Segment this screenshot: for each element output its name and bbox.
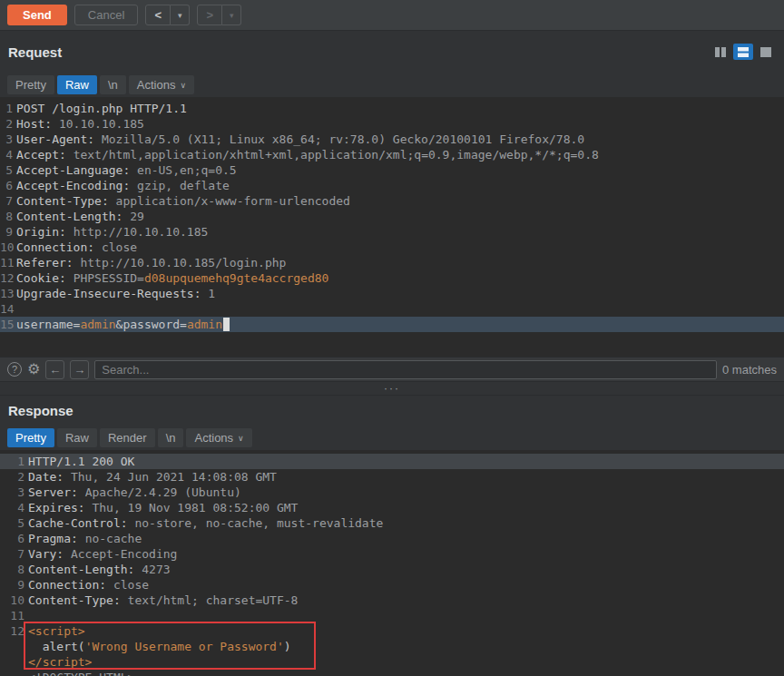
response-tab-pretty[interactable]: Pretty [7,428,54,447]
code-text: Server: Apache/2.4.29 (Ubuntu) [28,485,241,500]
code-text: Date: Thu, 24 Jun 2021 14:08:08 GMT [28,469,277,485]
request-search-bar: ? ⚙ ← → 0 matches [0,357,784,381]
tab-label: Render [108,431,147,445]
layout-rows-icon[interactable] [733,44,753,60]
panel-splitter[interactable]: ··· [0,381,784,396]
request-tabbar: Pretty Raw \n Actions∨ [0,73,784,97]
code-line[interactable]: 5Accept-Language: en-US,en;q=0.5 [0,162,784,178]
code-line[interactable]: alert('Wrong Username or Password') [0,639,784,654]
history-back-button[interactable]: < [145,5,171,25]
code-line[interactable]: 10Connection: close [0,240,784,255]
send-button[interactable]: Send [7,5,67,25]
line-number: 2 [0,116,13,132]
history-forward-button[interactable]: > [197,5,222,25]
tab-label: Actions [137,78,176,92]
request-editor[interactable]: 1POST /login.php HTTP/1.12Host: 10.10.10… [0,97,784,357]
response-editor[interactable]: 1HTTP/1.1 200 OK2Date: Thu, 24 Jun 2021 … [0,450,784,676]
code-line[interactable]: 4Expires: Thu, 19 Nov 1981 08:52:00 GMT [0,500,784,515]
code-line[interactable]: 2Date: Thu, 24 Jun 2021 14:08:08 GMT [0,469,784,485]
code-line[interactable]: 11 [0,608,784,623]
request-tab-newline[interactable]: \n [100,75,126,94]
code-line[interactable]: 12<script> [0,623,784,639]
settings-gear-icon[interactable]: ⚙ [27,362,40,377]
request-tab-actions[interactable]: Actions∨ [129,75,194,94]
code-text: </script> [28,654,92,670]
line-number [0,670,24,676]
code-line[interactable]: <!DOCTYPE HTML> [0,670,784,676]
code-text: POST /login.php HTTP/1.1 [16,101,187,116]
response-tab-render[interactable]: Render [100,428,155,447]
history-back-dropdown-button[interactable]: ▾ [171,5,190,25]
tab-label: \n [166,431,176,445]
line-number: 2 [0,469,24,485]
code-line[interactable]: 11Referer: http://10.10.10.185/login.php [0,255,784,270]
line-number: 4 [0,147,13,162]
code-text: alert('Wrong Username or Password') [28,639,291,654]
response-header: Response [0,396,784,426]
line-number: 10 [0,593,24,608]
response-tab-raw[interactable]: Raw [57,428,97,447]
code-text: Connection: close [16,240,137,255]
code-line[interactable]: 12Cookie: PHPSESSID=d08upquemehq9gte4acc… [0,270,784,286]
code-text: Accept: text/html,application/xhtml+xml,… [16,147,599,162]
tab-label: \n [108,78,118,92]
dropdown-arrow-icon: ▾ [178,11,182,20]
search-prev-button[interactable]: ← [45,360,64,379]
code-line[interactable]: 5Cache-Control: no-store, no-cache, must… [0,515,784,531]
request-tab-raw[interactable]: Raw [57,75,97,94]
search-input[interactable] [94,360,717,379]
layout-single-icon[interactable] [756,44,776,60]
code-line[interactable]: 15username=admin&password=admin [0,317,784,332]
code-line[interactable]: 14 [0,301,784,317]
code-line[interactable]: 2Host: 10.10.10.185 [0,116,784,132]
history-back-group: < ▾ [145,5,190,25]
cancel-button[interactable]: Cancel [74,5,138,25]
request-tab-pretty[interactable]: Pretty [7,75,54,94]
code-line[interactable]: 7Content-Type: application/x-www-form-ur… [0,193,784,209]
code-line[interactable]: 7Vary: Accept-Encoding [0,546,784,562]
response-tab-newline[interactable]: \n [158,428,184,447]
code-line[interactable]: 1POST /login.php HTTP/1.1 [0,101,784,116]
line-number: 14 [0,301,13,317]
layout-columns-icon[interactable] [710,44,730,60]
line-number: 3 [0,485,24,500]
line-number: 3 [0,132,13,147]
chevron-down-icon: ∨ [180,81,186,90]
code-line[interactable]: 13Upgrade-Insecure-Requests: 1 [0,286,784,301]
response-tab-actions[interactable]: Actions∨ [186,428,251,447]
line-number: 10 [0,240,13,255]
code-text: Referer: http://10.10.10.185/login.php [16,255,286,270]
code-text: <!DOCTYPE HTML> [28,670,134,676]
code-line[interactable]: </script> [0,654,784,670]
line-number: 6 [0,178,13,193]
code-text: Accept-Encoding: gzip, deflate [16,178,230,193]
code-line[interactable]: 9Connection: close [0,577,784,593]
code-line[interactable]: 1HTTP/1.1 200 OK [0,454,784,469]
code-line[interactable]: 6Accept-Encoding: gzip, deflate [0,178,784,193]
code-line[interactable]: 10Content-Type: text/html; charset=UTF-8 [0,593,784,608]
code-line[interactable]: 8Content-Length: 29 [0,209,784,224]
tab-label: Pretty [15,78,46,92]
code-text: <script> [28,623,85,639]
code-text: Accept-Language: en-US,en;q=0.5 [16,162,237,178]
help-icon[interactable]: ? [7,362,22,377]
text-caret [223,318,230,331]
line-number: 11 [0,608,24,623]
code-text: Pragma: no-cache [28,531,142,546]
code-line[interactable]: 4Accept: text/html,application/xhtml+xml… [0,147,784,162]
code-line[interactable]: 3User-Agent: Mozilla/5.0 (X11; Linux x86… [0,132,784,147]
history-forward-dropdown-button[interactable]: ▾ [222,5,241,25]
line-number: 13 [0,286,13,301]
line-number: 4 [0,500,24,515]
code-line[interactable]: 9Origin: http://10.10.10.185 [0,224,784,240]
code-line[interactable]: 8Content-Length: 4273 [0,562,784,577]
response-tabbar: Pretty Raw Render \n Actions∨ [0,426,784,450]
line-number: 7 [0,193,13,209]
code-text: Vary: Accept-Encoding [28,546,177,562]
code-line[interactable]: 3Server: Apache/2.4.29 (Ubuntu) [0,485,784,500]
code-text: Content-Length: 29 [16,209,144,224]
code-line[interactable]: 6Pragma: no-cache [0,531,784,546]
code-text: HTTP/1.1 200 OK [28,454,134,469]
response-editor-wrap: 1HTTP/1.1 200 OK2Date: Thu, 24 Jun 2021 … [0,450,784,676]
search-next-button[interactable]: → [70,360,89,379]
